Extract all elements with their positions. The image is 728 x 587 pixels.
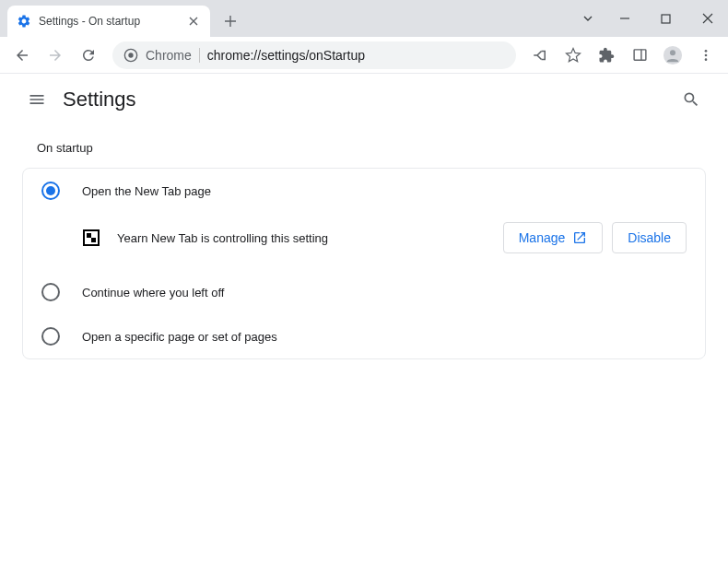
radio-continue[interactable] <box>41 283 60 301</box>
svg-point-7 <box>705 50 708 53</box>
manage-button-label: Manage <box>519 230 566 245</box>
extension-notice-row: Yearn New Tab is controlling this settin… <box>23 213 705 270</box>
new-tab-button[interactable] <box>217 8 243 34</box>
tab-search-chevron-icon[interactable] <box>572 5 604 32</box>
option-continue-row[interactable]: Continue where you left off <box>23 270 705 314</box>
svg-rect-0 <box>662 15 670 23</box>
url-scheme-label: Chrome <box>146 48 192 63</box>
forward-button <box>41 41 70 70</box>
settings-gear-icon <box>17 14 31 29</box>
url-text: chrome://settings/onStartup <box>207 48 505 63</box>
svg-rect-11 <box>87 233 91 238</box>
extension-notice-text: Yearn New Tab is controlling this settin… <box>117 231 503 245</box>
option-new-tab-row[interactable]: Open the New Tab page <box>23 169 705 213</box>
radio-specific[interactable] <box>41 327 60 346</box>
tab-title: Settings - On startup <box>39 15 186 28</box>
back-button[interactable] <box>7 41 37 70</box>
hamburger-menu-icon[interactable] <box>18 81 55 118</box>
startup-options-card: Open the New Tab page Yearn New Tab is c… <box>22 168 706 359</box>
option-specific-row[interactable]: Open a specific page or set of pages <box>23 314 705 358</box>
option-new-tab-label: Open the New Tab page <box>82 184 211 198</box>
search-settings-icon[interactable] <box>673 81 710 118</box>
profile-avatar-icon[interactable] <box>658 41 687 70</box>
minimize-button[interactable] <box>604 5 645 32</box>
tab-close-icon[interactable] <box>186 14 201 29</box>
side-panel-icon[interactable] <box>625 41 654 70</box>
svg-rect-3 <box>634 50 646 60</box>
svg-point-2 <box>128 53 133 57</box>
extensions-puzzle-icon[interactable] <box>592 41 621 70</box>
window-titlebar: Settings - On startup <box>0 0 728 37</box>
option-specific-label: Open a specific page or set of pages <box>82 330 277 344</box>
svg-point-9 <box>705 58 708 61</box>
omnibox-divider <box>199 48 200 63</box>
open-in-new-icon <box>572 230 587 245</box>
page-title: Settings <box>63 88 673 112</box>
reload-button[interactable] <box>74 41 103 70</box>
address-bar[interactable]: Chrome chrome://settings/onStartup <box>112 41 516 69</box>
manage-button[interactable]: Manage <box>503 222 604 253</box>
svg-point-6 <box>670 50 675 55</box>
kebab-menu-icon[interactable] <box>691 41 721 70</box>
settings-content: On startup Open the New Tab page Yearn N… <box>0 126 728 374</box>
share-icon[interactable] <box>525 41 555 70</box>
bookmark-star-icon[interactable] <box>558 41 588 70</box>
disable-button[interactable]: Disable <box>612 222 687 253</box>
option-continue-label: Continue where you left off <box>82 286 224 299</box>
settings-header: Settings <box>0 74 728 126</box>
maximize-button[interactable] <box>645 5 687 32</box>
section-title: On startup <box>37 141 706 155</box>
close-window-button[interactable] <box>687 5 728 32</box>
browser-toolbar: Chrome chrome://settings/onStartup <box>0 37 728 74</box>
site-info-icon[interactable] <box>123 48 138 63</box>
radio-new-tab[interactable] <box>41 182 60 200</box>
disable-button-label: Disable <box>628 230 671 245</box>
extension-app-icon <box>82 229 100 247</box>
svg-point-8 <box>705 53 708 56</box>
browser-tab[interactable]: Settings - On startup <box>7 6 210 37</box>
window-controls <box>572 0 728 37</box>
svg-rect-12 <box>91 238 96 242</box>
